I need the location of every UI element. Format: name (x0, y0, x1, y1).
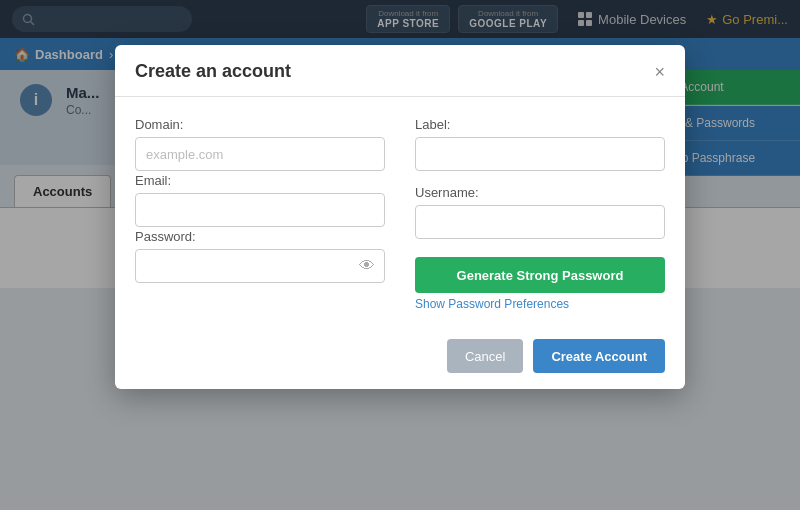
form-left-col: Domain: Email: Password: 👁 (135, 117, 385, 311)
email-input[interactable] (135, 193, 385, 227)
cancel-button[interactable]: Cancel (447, 339, 523, 373)
modal-close-button[interactable]: × (654, 63, 665, 81)
password-label: Password: (135, 229, 385, 244)
modal-title: Create an account (135, 61, 291, 82)
modal-overlay: Create an account × Domain: Email: (0, 0, 800, 510)
domain-field-group: Domain: (135, 117, 385, 171)
password-input[interactable] (135, 249, 385, 283)
domain-label: Domain: (135, 117, 385, 132)
domain-input[interactable] (135, 137, 385, 171)
show-password-preferences-link[interactable]: Show Password Preferences (415, 297, 665, 311)
generate-section: Generate Strong Password Show Password P… (415, 253, 665, 311)
label-field-group: Label: (415, 117, 665, 171)
email-field-group: Email: (135, 173, 385, 227)
modal-header: Create an account × (115, 45, 685, 97)
create-account-modal: Create an account × Domain: Email: (115, 45, 685, 389)
password-field-group: Password: 👁 (135, 229, 385, 283)
email-label: Email: (135, 173, 385, 188)
form-grid: Domain: Email: Password: 👁 (135, 117, 665, 311)
form-right-col: Label: Username: Generate Strong Passwor… (415, 117, 665, 311)
generate-password-button[interactable]: Generate Strong Password (415, 257, 665, 293)
label-label: Label: (415, 117, 665, 132)
username-input[interactable] (415, 205, 665, 239)
username-field-group: Username: (415, 185, 665, 239)
show-password-icon[interactable]: 👁 (359, 257, 375, 275)
username-label: Username: (415, 185, 665, 200)
label-input[interactable] (415, 137, 665, 171)
modal-footer: Cancel Create Account (115, 327, 685, 389)
create-account-button[interactable]: Create Account (533, 339, 665, 373)
password-wrapper: 👁 (135, 249, 385, 283)
modal-body: Domain: Email: Password: 👁 (115, 97, 685, 327)
